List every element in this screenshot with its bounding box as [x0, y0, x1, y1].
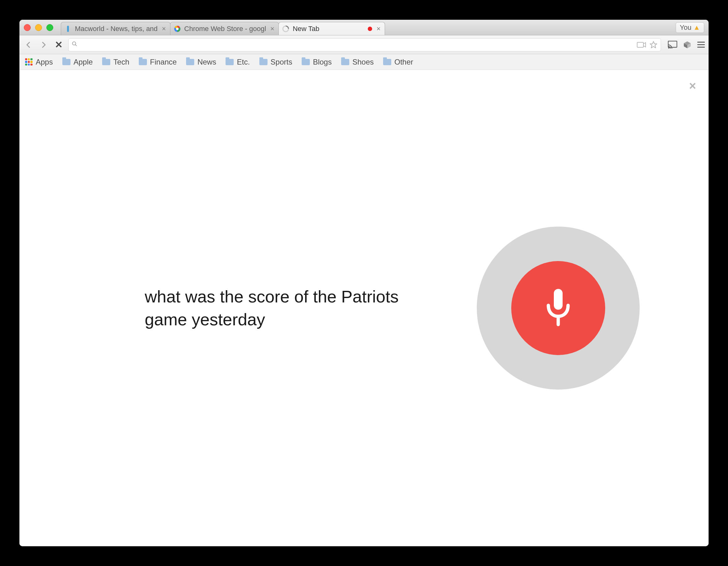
stop-reload-button[interactable]: ✕ [53, 39, 64, 50]
folder-icon [259, 59, 268, 65]
apps-label: Apps [36, 58, 53, 66]
svg-point-8 [668, 47, 669, 49]
apps-shortcut[interactable]: Apps [25, 58, 53, 66]
bookmark-folder-finance[interactable]: Finance [139, 58, 177, 66]
tab-close-icon[interactable]: × [269, 25, 275, 33]
svg-rect-9 [554, 289, 563, 310]
hamburger-icon [697, 42, 705, 48]
url-input[interactable] [81, 41, 634, 49]
folder-icon [341, 59, 349, 65]
tab-new-tab[interactable]: New Tab × [278, 22, 385, 35]
folder-icon [102, 59, 110, 65]
tab-close-icon[interactable]: × [375, 25, 382, 33]
bookmark-folder-shoes[interactable]: Shoes [341, 58, 374, 66]
extension-icons [665, 40, 705, 49]
svg-point-2 [176, 28, 179, 30]
user-profile-button[interactable]: You ▲ [676, 22, 704, 33]
folder-icon [139, 59, 147, 65]
bookmark-label: Apple [74, 58, 93, 66]
svg-rect-6 [637, 42, 643, 47]
bookmark-folder-blogs[interactable]: Blogs [302, 58, 332, 66]
recording-indicator-icon [368, 27, 372, 31]
loading-spinner-icon [282, 25, 289, 33]
voice-transcript: what was the score of the Patriots game … [145, 285, 427, 331]
arrow-left-icon [25, 41, 32, 49]
chrome-favicon-icon [174, 25, 181, 33]
tab-macworld[interactable]: Macworld - News, tips, and × [61, 22, 170, 35]
bookmark-label: Finance [150, 58, 177, 66]
page-content: × what was the score of the Patriots gam… [19, 70, 709, 546]
camera-icon[interactable] [637, 41, 646, 48]
bookmark-folder-other[interactable]: Other [383, 58, 413, 66]
window-maximize-button[interactable] [46, 24, 53, 31]
mic-inner-circle [511, 261, 605, 355]
menu-button[interactable] [697, 42, 705, 48]
toolbar: ✕ [19, 35, 709, 54]
svg-line-5 [75, 44, 77, 46]
window-minimize-button[interactable] [35, 24, 42, 31]
search-icon [72, 41, 77, 48]
warning-icon: ▲ [693, 23, 700, 32]
bookmarks-bar: Apps Apple Tech Finance News Etc. Sports… [19, 54, 709, 70]
bookmark-folder-apple[interactable]: Apple [62, 58, 93, 66]
voice-search-overlay: what was the score of the Patriots game … [19, 70, 709, 546]
tab-bar: Macworld - News, tips, and × Chrome Web … [19, 20, 709, 35]
bookmark-folder-tech[interactable]: Tech [102, 58, 129, 66]
svg-rect-0 [67, 26, 69, 32]
microphone-icon [539, 286, 577, 330]
tab-title: New Tab [293, 25, 365, 33]
tab-close-icon[interactable]: × [161, 25, 167, 33]
star-icon[interactable] [649, 41, 658, 49]
folder-icon [226, 59, 234, 65]
svg-point-4 [72, 42, 76, 45]
tab-title: Chrome Web Store - googl [184, 25, 266, 33]
omnibox[interactable] [68, 38, 661, 51]
voice-mic-button[interactable] [477, 226, 640, 390]
folder-icon [62, 59, 70, 65]
nav-forward-button[interactable] [38, 39, 49, 50]
bookmark-label: Etc. [237, 58, 250, 66]
window-controls [24, 24, 53, 31]
bookmark-folder-etc[interactable]: Etc. [226, 58, 250, 66]
folder-icon [383, 59, 391, 65]
browser-window: Macworld - News, tips, and × Chrome Web … [19, 20, 709, 546]
arrow-right-icon [40, 41, 47, 49]
tabs-row: Macworld - News, tips, and × Chrome Web … [61, 20, 385, 35]
extension-cube-icon[interactable] [683, 40, 692, 49]
tab-title: Macworld - News, tips, and [75, 25, 158, 33]
bookmark-folder-news[interactable]: News [186, 58, 216, 66]
folder-icon [302, 59, 310, 65]
folder-icon [186, 59, 194, 65]
macworld-favicon-icon [64, 25, 72, 33]
bookmark-folder-sports[interactable]: Sports [259, 58, 292, 66]
tab-chrome-web-store[interactable]: Chrome Web Store - googl × [170, 22, 279, 35]
bookmark-label: Tech [113, 58, 129, 66]
window-close-button[interactable] [24, 24, 31, 31]
user-label: You [680, 23, 691, 32]
bookmark-label: Blogs [313, 58, 332, 66]
bookmark-label: Shoes [352, 58, 374, 66]
nav-back-button[interactable] [23, 39, 34, 50]
bookmark-label: News [197, 58, 216, 66]
bookmark-label: Sports [271, 58, 292, 66]
close-icon: ✕ [55, 39, 63, 50]
cast-icon[interactable] [668, 41, 677, 49]
bookmark-label: Other [394, 58, 413, 66]
apps-grid-icon [25, 58, 33, 66]
